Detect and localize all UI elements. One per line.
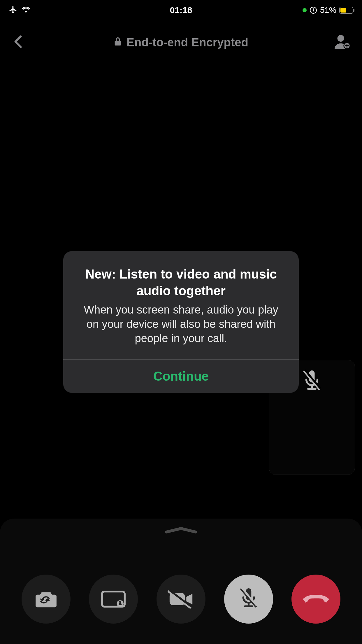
dialog-body: When you screen share, audio you play on… xyxy=(76,303,286,346)
continue-button[interactable]: Continue xyxy=(63,360,299,393)
dialog-content: New: Listen to video and music audio tog… xyxy=(63,251,299,359)
dialog-title: New: Listen to video and music audio tog… xyxy=(76,266,286,299)
dialog-overlay: New: Listen to video and music audio tog… xyxy=(0,0,362,644)
feature-dialog: New: Listen to video and music audio tog… xyxy=(63,251,299,393)
